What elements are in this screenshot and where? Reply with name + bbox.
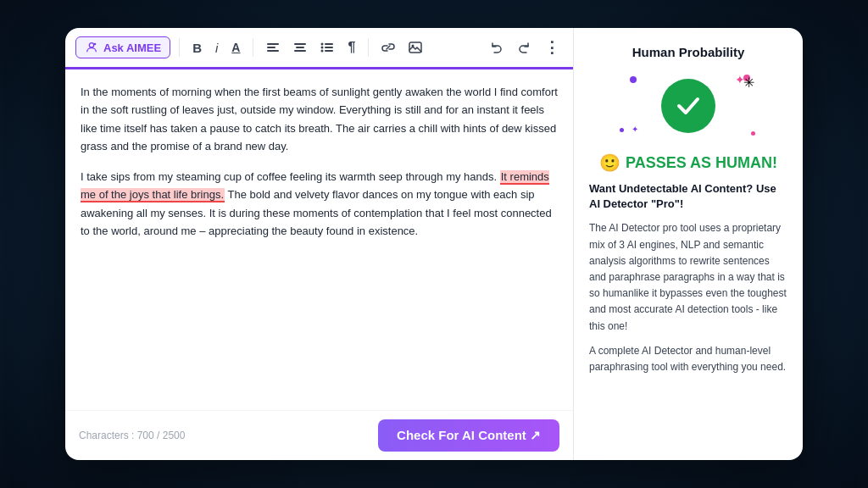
promo-title: Want Undetectable AI Content? Use AI Det… — [589, 181, 787, 212]
toolbar-divider-2 — [253, 38, 253, 57]
redo-button[interactable] — [513, 37, 535, 58]
svg-point-8 — [321, 43, 324, 46]
svg-rect-13 — [325, 50, 333, 52]
svg-rect-6 — [296, 47, 304, 48]
check-ai-content-button[interactable]: Check For AI Content ↗ — [378, 419, 559, 452]
star-purple: ✦ — [632, 125, 638, 134]
aimee-icon — [85, 41, 98, 54]
checkmark-icon — [673, 91, 704, 121]
editor-paragraph-2: I take sips from my steaming cup of coff… — [81, 168, 558, 241]
link-icon — [381, 41, 395, 54]
passes-as-human-label: 🙂 PASSES AS HUMAN! — [589, 152, 787, 173]
toolbar: Ask AIMEE B i A ¶ — [65, 28, 573, 69]
list-icon — [320, 41, 334, 54]
smiley-icon: 🙂 — [599, 152, 620, 173]
main-container: Ask AIMEE B i A ¶ — [65, 28, 803, 460]
editor-area[interactable]: In the moments of morning when the first… — [65, 69, 573, 410]
promo-text-2: A complete AI Detector and human-level p… — [589, 343, 787, 375]
result-text: PASSES AS HUMAN! — [626, 154, 777, 172]
char-count: Characters : 700 / 2500 — [79, 430, 185, 441]
align-left-button[interactable] — [262, 37, 284, 58]
redo-icon — [517, 41, 531, 54]
dot-blue-2 — [620, 128, 624, 132]
editor-footer: Characters : 700 / 2500 Check For AI Con… — [65, 410, 573, 460]
right-panel: Human Probability ✳ ✦ ✦ 🙂 PASSES AS HUMA… — [574, 28, 803, 460]
font-size-button[interactable]: A — [227, 37, 244, 58]
dot-blue-1 — [630, 76, 637, 83]
svg-point-12 — [321, 50, 324, 53]
align-center-icon — [293, 41, 307, 54]
image-icon — [409, 41, 422, 54]
ask-aimee-button[interactable]: Ask AIMEE — [75, 36, 170, 58]
para2-before: I take sips from my steaming cup of coff… — [81, 170, 497, 183]
more-button[interactable]: ⋮ — [540, 35, 563, 60]
svg-rect-9 — [325, 43, 333, 45]
link-button[interactable] — [377, 37, 399, 58]
paragraph-button[interactable]: ¶ — [343, 36, 359, 58]
svg-rect-4 — [267, 50, 279, 52]
result-visual: ✳ ✦ ✦ — [589, 68, 787, 144]
svg-rect-2 — [267, 43, 279, 45]
toolbar-divider-1 — [179, 38, 180, 57]
editor-paragraph-1: In the moments of morning when the first… — [81, 83, 558, 156]
undo-button[interactable] — [486, 37, 508, 58]
dot-pink-2 — [751, 131, 755, 136]
svg-rect-3 — [267, 47, 275, 48]
left-panel: Ask AIMEE B i A ¶ — [65, 28, 574, 460]
bold-button[interactable]: B — [188, 37, 206, 58]
align-center-button[interactable] — [289, 37, 311, 58]
italic-button[interactable]: i — [211, 37, 222, 58]
human-probability-title: Human Probability — [589, 45, 787, 59]
toolbar-divider-3 — [368, 38, 369, 57]
svg-rect-5 — [294, 43, 306, 45]
svg-point-1 — [94, 43, 97, 46]
svg-point-0 — [89, 43, 93, 47]
align-left-icon — [266, 41, 280, 54]
undo-icon — [490, 41, 504, 54]
image-button[interactable] — [404, 37, 426, 58]
promo-text-1: The AI Detector pro tool uses a propriet… — [589, 220, 787, 334]
check-circle — [661, 79, 715, 133]
svg-rect-11 — [325, 47, 333, 48]
check-btn-label: Check For AI Content ↗ — [397, 428, 541, 443]
svg-point-10 — [321, 47, 324, 49]
star-pink: ✦ — [735, 73, 745, 86]
svg-rect-7 — [294, 50, 306, 52]
list-button[interactable] — [316, 37, 338, 58]
